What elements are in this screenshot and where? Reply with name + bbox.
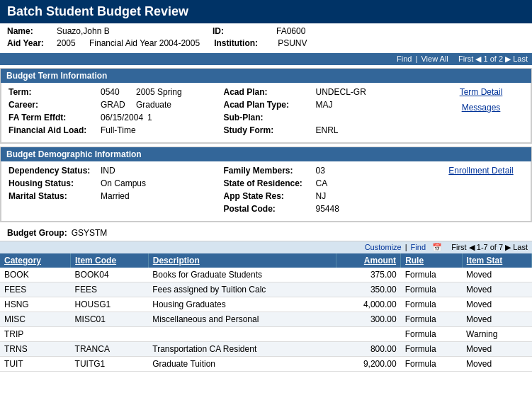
cell-amount: 375.00 — [336, 268, 401, 282]
app-state-res-label: App State Res: — [224, 191, 316, 201]
cell-description: Housing Graduates — [148, 297, 336, 312]
col-header-description[interactable]: Description — [148, 253, 336, 268]
cell-description: Graduate Tuition — [148, 357, 336, 372]
cell-category: HSNG — [0, 297, 71, 312]
cell-rule: Formula — [401, 327, 462, 342]
dependency-status-label: Dependency Status: — [9, 166, 101, 176]
cell-category: MISC — [0, 312, 71, 327]
cell-category: TRIP — [0, 327, 71, 342]
id-value: FA0600 — [276, 26, 305, 36]
state-of-residence-label: State of Residence: — [224, 178, 316, 188]
find-link[interactable]: Find — [397, 55, 412, 63]
aid-year-label: Aid Year: — [7, 38, 57, 48]
cell-item-code: TUITG1 — [71, 357, 149, 372]
cell-item-code: TRANCA — [71, 342, 149, 357]
cell-item-stat: Moved — [462, 282, 531, 297]
cell-category: TUIT — [0, 357, 71, 372]
cell-category: TRNS — [0, 342, 71, 357]
nav-next-icon[interactable]: ▶ — [505, 55, 511, 63]
nav-page-info: 1 of 2 — [484, 55, 504, 63]
table-find-link[interactable]: Find — [411, 243, 426, 251]
cell-amount: 800.00 — [336, 342, 401, 357]
cell-item-code — [71, 327, 149, 342]
nav-last[interactable]: Last — [513, 55, 528, 63]
cell-rule: Formula — [401, 312, 462, 327]
institution-label: Institution: — [214, 38, 278, 48]
table-page-info: 1-7 of 7 — [477, 243, 503, 251]
calendar-icon[interactable]: 📅 — [432, 243, 442, 251]
study-form-label: Study Form: — [224, 125, 316, 135]
budget-group-value: GSYSTM — [72, 228, 108, 238]
budget-group-row: Budget Group: GSYSTM — [0, 225, 532, 241]
cell-description: Fees assigned by Tuition Calc — [148, 282, 336, 297]
cell-item-stat: Moved — [462, 357, 531, 372]
table-next-icon[interactable]: ▶ — [505, 243, 511, 251]
aid-year-desc: Financial Aid Year 2004-2005 — [89, 38, 200, 48]
marital-status-value: Married — [101, 191, 130, 201]
nav-first[interactable]: First — [458, 55, 473, 63]
marital-status-label: Marital Status: — [9, 191, 101, 201]
nav-prev-icon[interactable]: ◀ — [475, 55, 481, 63]
cell-amount: 4,000.00 — [336, 297, 401, 312]
study-form-value: ENRL — [316, 125, 339, 135]
col-header-item-stat[interactable]: Item Stat — [462, 253, 531, 268]
cell-category: FEES — [0, 282, 71, 297]
cell-category: BOOK — [0, 268, 71, 282]
aid-year-value: 2005 — [57, 38, 85, 48]
cell-amount: 300.00 — [336, 312, 401, 327]
table-prev-icon[interactable]: ◀ — [469, 243, 475, 251]
budget-table: Category Item Code Description Amount Ru… — [0, 253, 532, 372]
cell-rule: Formula — [401, 282, 462, 297]
cell-item-stat: Moved — [462, 342, 531, 357]
budget-term-header: Budget Term Information — [1, 69, 531, 83]
col-header-amount[interactable]: Amount — [336, 253, 401, 268]
postal-code-label: Postal Code: — [224, 204, 316, 214]
cell-description — [148, 327, 336, 342]
financial-aid-load-label: Financial Aid Load: — [9, 125, 101, 135]
career-code: GRAD — [101, 100, 136, 110]
fa-term-effdt-value: 06/15/2004 — [101, 113, 143, 122]
table-row: MISC MISC01 Miscellaneous and Personal 3… — [0, 312, 532, 327]
customize-link[interactable]: Customize — [365, 243, 402, 251]
housing-status-value: On Campus — [101, 178, 146, 188]
table-row: TRNS TRANCA Transportation CA Resident 8… — [0, 342, 532, 357]
acad-plan-value: UNDECL-GR — [316, 87, 366, 97]
cell-item-code: HOUSG1 — [71, 297, 149, 312]
name-label: Name: — [7, 26, 57, 36]
housing-status-label: Housing Status: — [9, 178, 101, 188]
acad-plan-label: Acad Plan: — [224, 87, 316, 97]
table-last[interactable]: Last — [513, 243, 528, 251]
table-first[interactable]: First — [451, 243, 466, 251]
dependency-status-value: IND — [101, 166, 115, 176]
app-state-res-value: NJ — [316, 191, 327, 201]
customize-bar: Customize | Find 📅 First ◀ 1-7 of 7 ▶ La… — [0, 241, 532, 253]
cell-amount: 350.00 — [336, 282, 401, 297]
cell-rule: Formula — [401, 342, 462, 357]
term-detail-link[interactable]: Term Detail — [460, 87, 503, 97]
cell-item-stat: Moved — [462, 268, 531, 282]
cell-item-code: BOOK04 — [71, 268, 149, 282]
postal-code-value: 95448 — [316, 204, 339, 214]
col-header-rule[interactable]: Rule — [401, 253, 462, 268]
cell-item-stat: Warning — [462, 327, 531, 342]
id-label: ID: — [213, 26, 276, 36]
term-label: Term: — [9, 87, 101, 97]
cell-item-stat: Moved — [462, 297, 531, 312]
table-row: FEES FEES Fees assigned by Tuition Calc … — [0, 282, 532, 297]
view-all-link[interactable]: View All — [421, 55, 448, 63]
state-of-residence-value: CA — [316, 178, 328, 188]
col-header-category[interactable]: Category — [0, 253, 71, 268]
enrollment-detail-link[interactable]: Enrollment Detail — [448, 166, 513, 176]
col-header-item-code[interactable]: Item Code — [71, 253, 149, 268]
table-row: TUIT TUITG1 Graduate Tuition 9,200.00 Fo… — [0, 357, 532, 372]
cell-description: Miscellaneous and Personal — [148, 312, 336, 327]
table-row: TRIP Formula Warning — [0, 327, 532, 342]
acad-plan-type-value: MAJ — [316, 100, 333, 110]
budget-group-label: Budget Group: — [7, 228, 67, 238]
budget-demographic-header: Budget Demographic Information — [1, 147, 531, 161]
cell-rule: Formula — [401, 297, 462, 312]
term-code: 0540 — [101, 87, 136, 97]
name-value: Suazo,John B — [57, 26, 198, 36]
table-row: BOOK BOOK04 Books for Graduate Students … — [0, 268, 532, 282]
messages-link[interactable]: Messages — [462, 103, 501, 113]
